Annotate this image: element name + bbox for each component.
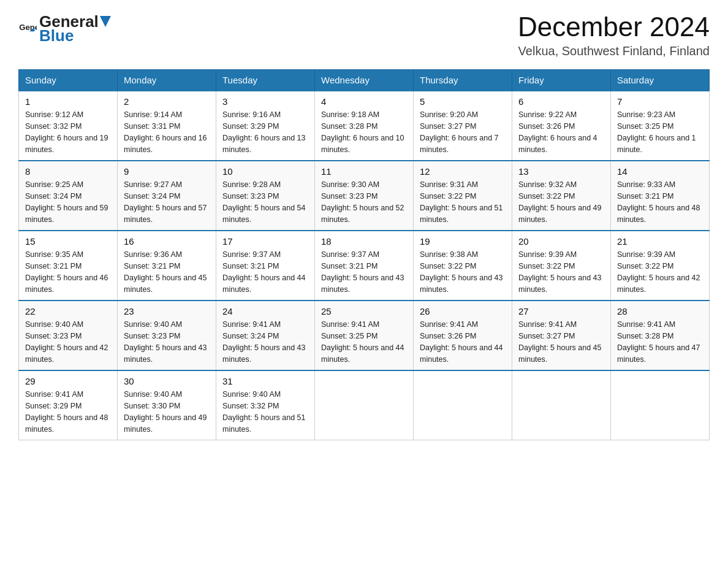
day-info: Sunrise: 9:16 AMSunset: 3:29 PMDaylight:… <box>222 109 308 155</box>
day-number: 28 <box>617 306 703 316</box>
table-row: 15Sunrise: 9:35 AMSunset: 3:21 PMDayligh… <box>19 231 118 301</box>
svg-marker-2 <box>100 16 111 27</box>
col-sunday: Sunday <box>19 70 118 91</box>
day-number: 2 <box>124 96 210 107</box>
day-number: 19 <box>420 236 506 247</box>
table-row: 23Sunrise: 9:40 AMSunset: 3:23 PMDayligh… <box>118 301 216 370</box>
page-subtitle: Velkua, Southwest Finland, Finland <box>518 44 710 58</box>
day-info: Sunrise: 9:41 AMSunset: 3:24 PMDaylight:… <box>222 319 308 365</box>
table-row: 28Sunrise: 9:41 AMSunset: 3:28 PMDayligh… <box>611 301 710 370</box>
day-number: 15 <box>25 236 111 247</box>
table-row: 7Sunrise: 9:23 AMSunset: 3:25 PMDaylight… <box>611 91 710 161</box>
day-info: Sunrise: 9:40 AMSunset: 3:32 PMDaylight:… <box>222 389 308 435</box>
table-row: 8Sunrise: 9:25 AMSunset: 3:24 PMDaylight… <box>19 161 118 231</box>
day-number: 31 <box>222 376 308 386</box>
calendar-table: Sunday Monday Tuesday Wednesday Thursday… <box>18 69 710 440</box>
day-info: Sunrise: 9:33 AMSunset: 3:21 PMDaylight:… <box>617 179 703 225</box>
day-number: 25 <box>321 306 407 316</box>
day-info: Sunrise: 9:12 AMSunset: 3:32 PMDaylight:… <box>25 109 111 155</box>
col-thursday: Thursday <box>414 70 512 91</box>
page-title: December 2024 <box>518 12 710 42</box>
day-number: 4 <box>321 96 407 107</box>
table-row: 19Sunrise: 9:38 AMSunset: 3:22 PMDayligh… <box>414 231 512 301</box>
day-number: 24 <box>222 306 308 316</box>
calendar-week-row: 29Sunrise: 9:41 AMSunset: 3:29 PMDayligh… <box>19 370 710 440</box>
table-row: 21Sunrise: 9:39 AMSunset: 3:22 PMDayligh… <box>611 231 710 301</box>
day-number: 14 <box>617 166 703 177</box>
day-info: Sunrise: 9:39 AMSunset: 3:22 PMDaylight:… <box>518 249 604 295</box>
table-row: 11Sunrise: 9:30 AMSunset: 3:23 PMDayligh… <box>315 161 414 231</box>
day-number: 7 <box>617 96 703 107</box>
table-row: 2Sunrise: 9:14 AMSunset: 3:31 PMDaylight… <box>118 91 216 161</box>
day-number: 17 <box>222 236 308 247</box>
logo: General General Blue <box>18 12 112 45</box>
table-row: 20Sunrise: 9:39 AMSunset: 3:22 PMDayligh… <box>512 231 611 301</box>
day-number: 26 <box>420 306 506 316</box>
table-row: 30Sunrise: 9:40 AMSunset: 3:30 PMDayligh… <box>118 370 216 440</box>
day-info: Sunrise: 9:20 AMSunset: 3:27 PMDaylight:… <box>420 109 506 155</box>
table-row: 4Sunrise: 9:18 AMSunset: 3:28 PMDaylight… <box>315 91 414 161</box>
day-number: 27 <box>518 306 604 316</box>
col-wednesday: Wednesday <box>315 70 414 91</box>
day-info: Sunrise: 9:30 AMSunset: 3:23 PMDaylight:… <box>321 179 407 225</box>
table-row: 9Sunrise: 9:27 AMSunset: 3:24 PMDaylight… <box>118 161 216 231</box>
day-number: 3 <box>222 96 308 107</box>
day-info: Sunrise: 9:41 AMSunset: 3:25 PMDaylight:… <box>321 319 407 365</box>
day-number: 20 <box>518 236 604 247</box>
day-info: Sunrise: 9:31 AMSunset: 3:22 PMDaylight:… <box>420 179 506 225</box>
table-row <box>611 370 710 440</box>
day-number: 13 <box>518 166 604 177</box>
table-row: 31Sunrise: 9:40 AMSunset: 3:32 PMDayligh… <box>216 370 315 440</box>
day-number: 11 <box>321 166 407 177</box>
table-row: 14Sunrise: 9:33 AMSunset: 3:21 PMDayligh… <box>611 161 710 231</box>
day-number: 9 <box>124 166 210 177</box>
day-number: 23 <box>124 306 210 316</box>
day-info: Sunrise: 9:22 AMSunset: 3:26 PMDaylight:… <box>518 109 604 155</box>
calendar-week-row: 15Sunrise: 9:35 AMSunset: 3:21 PMDayligh… <box>19 231 710 301</box>
col-monday: Monday <box>118 70 216 91</box>
day-info: Sunrise: 9:28 AMSunset: 3:23 PMDaylight:… <box>222 179 308 225</box>
calendar-week-row: 8Sunrise: 9:25 AMSunset: 3:24 PMDaylight… <box>19 161 710 231</box>
day-number: 16 <box>124 236 210 247</box>
table-row <box>414 370 512 440</box>
day-number: 1 <box>25 96 111 107</box>
day-info: Sunrise: 9:18 AMSunset: 3:28 PMDaylight:… <box>321 109 407 155</box>
day-number: 5 <box>420 96 506 107</box>
day-number: 21 <box>617 236 703 247</box>
table-row: 25Sunrise: 9:41 AMSunset: 3:25 PMDayligh… <box>315 301 414 370</box>
day-info: Sunrise: 9:41 AMSunset: 3:26 PMDaylight:… <box>420 319 506 365</box>
table-row: 17Sunrise: 9:37 AMSunset: 3:21 PMDayligh… <box>216 231 315 301</box>
day-info: Sunrise: 9:37 AMSunset: 3:21 PMDaylight:… <box>222 249 308 295</box>
day-number: 29 <box>25 376 111 386</box>
day-info: Sunrise: 9:40 AMSunset: 3:23 PMDaylight:… <box>124 319 210 365</box>
table-row: 22Sunrise: 9:40 AMSunset: 3:23 PMDayligh… <box>19 301 118 370</box>
day-info: Sunrise: 9:32 AMSunset: 3:22 PMDaylight:… <box>518 179 604 225</box>
calendar-week-row: 22Sunrise: 9:40 AMSunset: 3:23 PMDayligh… <box>19 301 710 370</box>
day-info: Sunrise: 9:36 AMSunset: 3:21 PMDaylight:… <box>124 249 210 295</box>
day-info: Sunrise: 9:37 AMSunset: 3:21 PMDaylight:… <box>321 249 407 295</box>
day-info: Sunrise: 9:14 AMSunset: 3:31 PMDaylight:… <box>124 109 210 155</box>
table-row: 13Sunrise: 9:32 AMSunset: 3:22 PMDayligh… <box>512 161 611 231</box>
day-info: Sunrise: 9:40 AMSunset: 3:23 PMDaylight:… <box>25 319 111 365</box>
calendar-week-row: 1Sunrise: 9:12 AMSunset: 3:32 PMDaylight… <box>19 91 710 161</box>
table-row: 26Sunrise: 9:41 AMSunset: 3:26 PMDayligh… <box>414 301 512 370</box>
day-info: Sunrise: 9:38 AMSunset: 3:22 PMDaylight:… <box>420 249 506 295</box>
day-number: 10 <box>222 166 308 177</box>
day-info: Sunrise: 9:41 AMSunset: 3:27 PMDaylight:… <box>518 319 604 365</box>
table-row: 3Sunrise: 9:16 AMSunset: 3:29 PMDaylight… <box>216 91 315 161</box>
day-number: 22 <box>25 306 111 316</box>
calendar-header-row: Sunday Monday Tuesday Wednesday Thursday… <box>19 70 710 91</box>
day-info: Sunrise: 9:41 AMSunset: 3:28 PMDaylight:… <box>617 319 703 365</box>
page-header: General General Blue December 2024 Velku… <box>18 12 710 58</box>
table-row: 29Sunrise: 9:41 AMSunset: 3:29 PMDayligh… <box>19 370 118 440</box>
logo-triangle-icon <box>100 16 111 28</box>
table-row: 6Sunrise: 9:22 AMSunset: 3:26 PMDaylight… <box>512 91 611 161</box>
col-saturday: Saturday <box>611 70 710 91</box>
day-info: Sunrise: 9:40 AMSunset: 3:30 PMDaylight:… <box>124 389 210 435</box>
table-row: 10Sunrise: 9:28 AMSunset: 3:23 PMDayligh… <box>216 161 315 231</box>
table-row: 1Sunrise: 9:12 AMSunset: 3:32 PMDaylight… <box>19 91 118 161</box>
title-block: December 2024 Velkua, Southwest Finland,… <box>518 12 710 58</box>
day-info: Sunrise: 9:23 AMSunset: 3:25 PMDaylight:… <box>617 109 703 155</box>
table-row <box>512 370 611 440</box>
logo-icon: General <box>18 20 37 38</box>
